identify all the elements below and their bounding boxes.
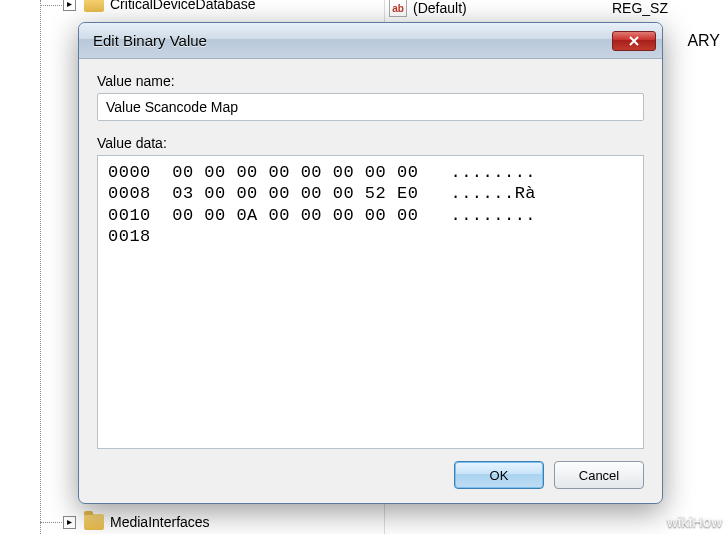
tree-item-label: CriticalDeviceDatabase (110, 0, 256, 12)
dialog-body: Value name: Value data: 0000 00 00 00 00… (79, 59, 662, 503)
value-name-label: Value name: (97, 73, 644, 89)
close-icon (628, 35, 640, 47)
value-data-label: Value data: (97, 135, 644, 151)
close-button[interactable] (612, 31, 656, 51)
value-type: REG_SZ (612, 0, 668, 16)
string-value-icon: ab (389, 0, 407, 17)
tree-item-top[interactable]: ▸ CriticalDeviceDatabase (0, 0, 384, 14)
tree-connector-line (40, 0, 41, 534)
tree-branch-line (40, 522, 64, 523)
tree-item-label: MediaInterfaces (110, 514, 210, 530)
folder-icon (84, 0, 104, 12)
expand-icon[interactable]: ▸ (63, 516, 76, 529)
edit-binary-dialog: Edit Binary Value Value name: Value data… (78, 22, 663, 504)
value-row-default[interactable]: ab (Default) REG_SZ (385, 0, 728, 18)
folder-icon (84, 514, 104, 530)
truncated-text: ARY (687, 32, 720, 50)
hex-editor[interactable]: 0000 00 00 00 00 00 00 00 00 ........ 00… (97, 155, 644, 449)
dialog-title: Edit Binary Value (93, 32, 612, 49)
expand-icon[interactable]: ▸ (63, 0, 76, 11)
tree-branch-line (40, 5, 64, 6)
ok-button[interactable]: OK (454, 461, 544, 489)
dialog-button-row: OK Cancel (97, 461, 644, 489)
value-name-input[interactable] (97, 93, 644, 121)
tree-item-bottom[interactable]: ▸ MediaInterfaces (0, 512, 384, 532)
cancel-button[interactable]: Cancel (554, 461, 644, 489)
dialog-titlebar[interactable]: Edit Binary Value (79, 23, 662, 59)
value-name: (Default) (413, 0, 612, 16)
watermark: wikiHow (667, 513, 722, 530)
